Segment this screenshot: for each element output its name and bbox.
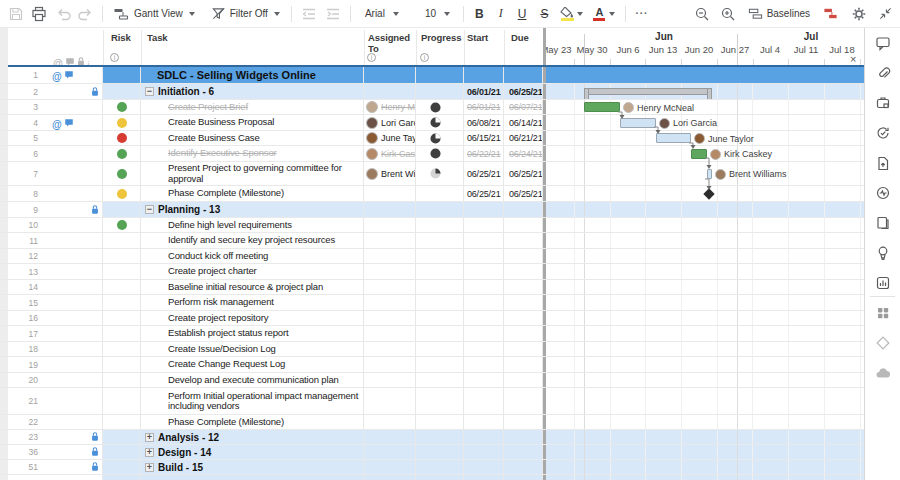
risk-cell[interactable] bbox=[103, 357, 141, 372]
info-icon[interactable]: i bbox=[420, 53, 429, 62]
task-cell[interactable]: Present Project to governing committee f… bbox=[141, 162, 364, 185]
summary-icon[interactable] bbox=[875, 215, 891, 235]
progress-cell[interactable] bbox=[416, 162, 464, 185]
task-cell[interactable]: Create Issue/Decision Log bbox=[141, 342, 364, 356]
outdent-button[interactable] bbox=[301, 6, 317, 22]
baselines-icon[interactable] bbox=[748, 6, 763, 21]
gantt-cell[interactable] bbox=[546, 445, 864, 459]
expand-toggle[interactable]: + bbox=[145, 448, 154, 457]
start-cell[interactable] bbox=[464, 264, 504, 279]
risk-cell[interactable] bbox=[103, 162, 141, 185]
start-cell[interactable] bbox=[464, 388, 504, 414]
start-cell[interactable] bbox=[464, 342, 504, 356]
progress-cell[interactable] bbox=[416, 67, 464, 83]
progress-cell[interactable] bbox=[416, 373, 464, 387]
assigned-cell[interactable] bbox=[364, 249, 416, 263]
row-number[interactable]: 8 bbox=[8, 186, 46, 201]
row-number[interactable]: 6 bbox=[8, 146, 46, 161]
start-cell[interactable] bbox=[464, 445, 504, 459]
progress-cell[interactable] bbox=[416, 84, 464, 99]
due-cell[interactable] bbox=[504, 295, 543, 310]
start-cell[interactable] bbox=[464, 218, 504, 232]
font-family-select[interactable]: Arial bbox=[365, 8, 385, 19]
due-cell[interactable] bbox=[504, 326, 543, 341]
progress-cell[interactable] bbox=[416, 295, 464, 310]
row-at-icon[interactable]: @ bbox=[52, 67, 62, 83]
gantt-bar[interactable] bbox=[707, 169, 712, 179]
progress-cell[interactable] bbox=[416, 186, 464, 201]
task-cell[interactable]: Create Project Brief bbox=[141, 100, 364, 114]
start-cell[interactable] bbox=[464, 475, 504, 480]
start-cell[interactable] bbox=[464, 233, 504, 248]
start-cell[interactable]: 06/15/21 bbox=[464, 131, 504, 145]
due-cell[interactable]: 06/25/21 bbox=[504, 84, 543, 99]
row-number[interactable]: 13 bbox=[8, 264, 46, 279]
start-cell[interactable] bbox=[464, 202, 504, 217]
row-lock-icon[interactable] bbox=[90, 430, 100, 444]
gantt-bar[interactable] bbox=[691, 149, 707, 159]
column-header-assigned[interactable]: Assigned To bbox=[368, 33, 414, 54]
risk-dot-yellow[interactable] bbox=[117, 118, 127, 128]
row-lock-icon[interactable] bbox=[90, 445, 100, 459]
start-cell[interactable] bbox=[464, 67, 504, 83]
progress-cell[interactable] bbox=[416, 249, 464, 263]
start-cell[interactable] bbox=[464, 311, 504, 325]
row-number[interactable] bbox=[8, 475, 46, 480]
start-cell[interactable]: 06/25/21 bbox=[464, 162, 504, 185]
expand-toggle[interactable]: + bbox=[145, 463, 154, 472]
column-header-progress[interactable]: Progress bbox=[421, 33, 465, 44]
progress-cell[interactable] bbox=[416, 326, 464, 341]
risk-cell[interactable] bbox=[103, 445, 141, 459]
assigned-cell[interactable] bbox=[364, 460, 416, 474]
assigned-cell[interactable]: June Taylor bbox=[364, 131, 416, 145]
gantt-cell[interactable]: Kirk Caskey bbox=[546, 146, 864, 161]
due-cell[interactable] bbox=[504, 249, 543, 263]
row-number[interactable]: 17 bbox=[8, 326, 46, 341]
progress-cell[interactable] bbox=[416, 100, 464, 114]
progress-cell[interactable] bbox=[416, 475, 464, 480]
row-number[interactable]: 11 bbox=[8, 233, 46, 248]
task-cell[interactable]: −Planning - 13 bbox=[141, 202, 364, 217]
due-cell[interactable] bbox=[504, 475, 543, 480]
save-button[interactable] bbox=[8, 6, 24, 22]
activity-log-icon[interactable] bbox=[875, 185, 891, 205]
start-cell[interactable] bbox=[464, 295, 504, 310]
task-cell[interactable]: Perform Initial operational impact manag… bbox=[141, 388, 364, 414]
risk-cell[interactable] bbox=[103, 311, 141, 325]
due-cell[interactable] bbox=[504, 67, 543, 83]
gantt-cell[interactable]: Lori Garcia bbox=[546, 115, 864, 130]
due-cell[interactable]: 06/25/21 bbox=[504, 186, 543, 201]
comments-icon[interactable] bbox=[875, 35, 891, 55]
risk-cell[interactable] bbox=[103, 264, 141, 279]
row-number[interactable]: 2 bbox=[8, 84, 46, 99]
progress-cell[interactable] bbox=[416, 430, 464, 444]
font-size-caret-icon[interactable] bbox=[444, 12, 450, 16]
risk-dot-red[interactable] bbox=[117, 133, 127, 143]
task-cell[interactable]: Establish project status report bbox=[141, 326, 364, 341]
task-cell[interactable]: Identify Executive Sponsor bbox=[141, 146, 364, 161]
column-header-due[interactable]: Due bbox=[511, 33, 539, 44]
work-insights-icon[interactable] bbox=[875, 275, 891, 295]
row-comment-icon[interactable] bbox=[64, 67, 74, 83]
brandfolder-icon[interactable] bbox=[875, 245, 891, 265]
risk-cell[interactable] bbox=[103, 373, 141, 387]
risk-cell[interactable] bbox=[103, 415, 141, 429]
assigned-cell[interactable] bbox=[364, 475, 416, 480]
gantt-bar[interactable] bbox=[656, 133, 691, 143]
start-cell[interactable]: 06/25/21 bbox=[464, 186, 504, 201]
progress-cell[interactable] bbox=[416, 342, 464, 356]
publish-icon[interactable] bbox=[875, 155, 891, 175]
update-requests-icon[interactable] bbox=[875, 125, 891, 145]
apps-icon[interactable] bbox=[875, 305, 891, 325]
gantt-cell[interactable] bbox=[546, 249, 864, 263]
gantt-cell[interactable] bbox=[546, 280, 864, 294]
task-cell[interactable]: Create project charter bbox=[141, 264, 364, 279]
gantt-cell[interactable]: Brent Williams bbox=[546, 162, 864, 185]
assigned-cell[interactable] bbox=[364, 388, 416, 414]
proofs-icon[interactable] bbox=[875, 95, 891, 115]
start-cell[interactable] bbox=[464, 357, 504, 372]
start-cell[interactable]: 06/01/21 bbox=[464, 100, 504, 114]
assigned-cell[interactable] bbox=[364, 295, 416, 310]
expand-toggle[interactable]: − bbox=[145, 205, 154, 214]
risk-cell[interactable] bbox=[103, 342, 141, 356]
